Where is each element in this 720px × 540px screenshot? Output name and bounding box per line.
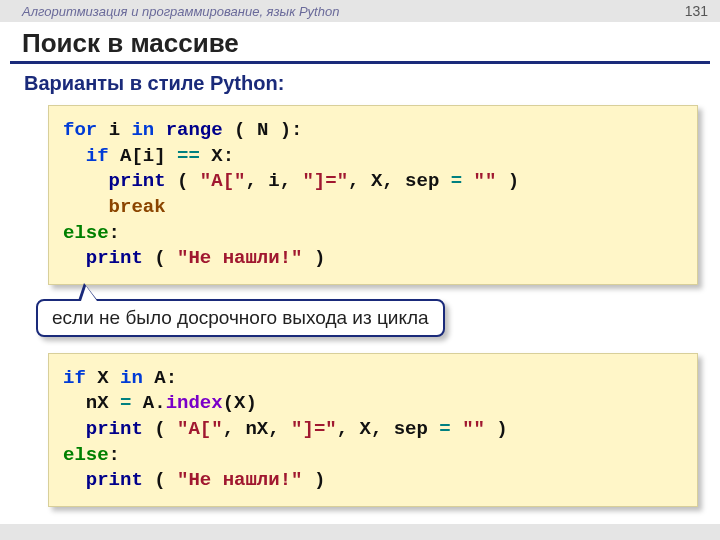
var-x: X — [97, 367, 108, 389]
fn-print: print — [86, 247, 143, 269]
footer-bar — [0, 524, 720, 540]
op-eq: == — [177, 145, 200, 167]
text: : — [109, 444, 120, 466]
text: , nX, — [223, 418, 280, 440]
course-title: Алгоритмизация и программирование, язык … — [22, 4, 339, 19]
callout-tail-icon — [78, 283, 98, 301]
callout-box: если не было досрочного выхода из цикла — [36, 299, 445, 337]
slide-subtitle: Варианты в стиле Python: — [0, 64, 720, 101]
text: X: — [211, 145, 234, 167]
fn-print: print — [109, 170, 166, 192]
text: A. — [143, 392, 166, 414]
text: , X, sep — [337, 418, 428, 440]
text: ( N ): — [234, 119, 302, 141]
text: ) — [496, 418, 507, 440]
text: ) — [508, 170, 519, 192]
text: ( — [177, 170, 188, 192]
fn-range: range — [166, 119, 223, 141]
kw-in: in — [131, 119, 154, 141]
text: ) — [314, 247, 325, 269]
str: "Не нашли!" — [177, 469, 302, 491]
text: , X, sep — [348, 170, 439, 192]
text: , i, — [245, 170, 291, 192]
var-i: i — [109, 119, 120, 141]
fn-index: index — [166, 392, 223, 414]
str: "A[" — [177, 418, 223, 440]
text: ( — [154, 247, 165, 269]
var-nx: nX — [86, 392, 109, 414]
str: "]=" — [291, 418, 337, 440]
str: "A[" — [200, 170, 246, 192]
op-assign: = — [451, 170, 462, 192]
kw-if: if — [63, 367, 86, 389]
op-assign: = — [439, 418, 450, 440]
kw-if: if — [86, 145, 109, 167]
header-bar: Алгоритмизация и программирование, язык … — [0, 0, 720, 22]
kw-in: in — [120, 367, 143, 389]
str: "" — [474, 170, 497, 192]
str: "Не нашли!" — [177, 247, 302, 269]
str: "" — [462, 418, 485, 440]
callout-wrap: если не было досрочного выхода из цикла — [36, 299, 720, 337]
kw-break: break — [109, 196, 166, 218]
text: ( — [154, 418, 165, 440]
text: A[i] — [120, 145, 166, 167]
str: "]=" — [302, 170, 348, 192]
text: (X) — [223, 392, 257, 414]
kw-else: else — [63, 444, 109, 466]
text: : — [109, 222, 120, 244]
text: A: — [154, 367, 177, 389]
kw-else: else — [63, 222, 109, 244]
op-assign: = — [120, 392, 131, 414]
code-block-1: for i in range ( N ): if A[i] == X: prin… — [48, 105, 698, 285]
text: ( — [154, 469, 165, 491]
slide-title: Поиск в массиве — [0, 22, 720, 61]
kw-for: for — [63, 119, 97, 141]
fn-print: print — [86, 418, 143, 440]
text: ) — [314, 469, 325, 491]
code-block-2: if X in A: nX = A.index(X) print ( "A[",… — [48, 353, 698, 507]
callout-text: если не было досрочного выхода из цикла — [52, 307, 429, 328]
page-number: 131 — [685, 3, 708, 19]
fn-print: print — [86, 469, 143, 491]
